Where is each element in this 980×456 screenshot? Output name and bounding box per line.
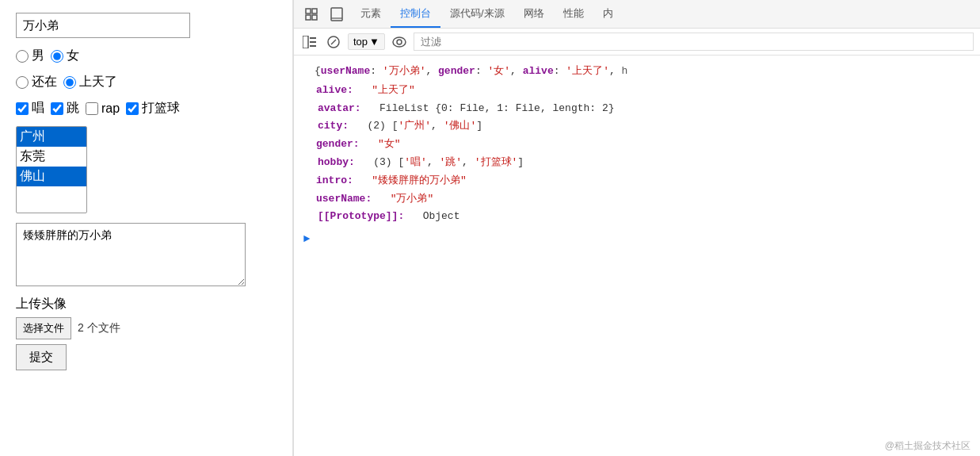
city-option-foshan[interactable]: 佛山 [17, 167, 86, 186]
hobby-dance-label[interactable]: 跳 [51, 100, 79, 117]
prop-hobby-key: hobby: [318, 156, 355, 168]
svg-rect-3 [312, 15, 317, 20]
city-option-guangzhou[interactable]: 广州 [17, 127, 86, 147]
gender-female-label[interactable]: 女 [51, 48, 79, 64]
hobby-rap-label[interactable]: rap [86, 102, 120, 116]
tab-performance[interactable]: 性能 [554, 0, 593, 28]
console-toolbar: top ▼ [294, 29, 980, 56]
prop-alive-row: alive: "上天了" [303, 82, 970, 100]
prop-hobby-row: hobby: (3) ['唱', '跳', '打篮球'] [303, 154, 970, 172]
prop-intro-key: intro: [316, 174, 353, 186]
tab-console[interactable]: 控制台 [391, 0, 440, 28]
gender-female-radio[interactable] [51, 50, 63, 63]
hobby-sing-checkbox[interactable] [16, 102, 29, 115]
hobby-rap-text: rap [101, 102, 120, 116]
prop-intro-value: "矮矮胖胖的万小弟" [372, 174, 467, 186]
svg-line-11 [331, 40, 336, 44]
username-input[interactable] [16, 13, 190, 38]
console-prompt-row: ► [303, 232, 970, 245]
svg-rect-8 [310, 41, 316, 43]
console-prompt-arrow: ► [303, 232, 310, 245]
prop-city-row: city: (2) ['广州', '佛山'] [303, 117, 970, 136]
gender-female-text: 女 [67, 48, 79, 64]
hobby-group: 唱 跳 rap 打篮球 [16, 100, 276, 117]
file-count-text: 2 个文件 [78, 321, 120, 335]
device-icon[interactable] [326, 3, 348, 25]
hobby-sing-text: 唱 [32, 100, 44, 117]
prop-city-key: city: [318, 120, 349, 132]
gender-male-text: 男 [32, 48, 44, 64]
alive-dead-radio[interactable] [63, 76, 76, 89]
prop-username-key: userName: [316, 193, 372, 205]
alive-alive-text: 还在 [32, 74, 57, 90]
alive-dead-label[interactable]: 上天了 [63, 74, 117, 90]
prop-username-value: "万小弟" [391, 193, 434, 205]
prop-prototype-row: [[Prototype]]: Object [303, 208, 970, 226]
devtools-tab-bar: 元素 控制台 源代码/来源 网络 性能 内 [294, 0, 980, 29]
hobby-sing-label[interactable]: 唱 [16, 100, 44, 117]
submit-button[interactable]: 提交 [16, 344, 67, 370]
hobby-dance-checkbox[interactable] [51, 102, 63, 115]
tab-network[interactable]: 网络 [514, 0, 554, 28]
svg-rect-2 [306, 15, 311, 20]
prop-prototype-key: [[Prototype]]: [318, 210, 404, 222]
svg-rect-1 [312, 9, 317, 13]
tab-sources[interactable]: 源代码/来源 [440, 0, 514, 28]
prop-gender-key: gender: [316, 138, 360, 150]
context-label: top [353, 36, 368, 48]
hobby-dance-text: 跳 [67, 100, 79, 117]
tab-elements[interactable]: 元素 [351, 0, 391, 28]
svg-point-13 [397, 40, 402, 44]
svg-rect-7 [310, 37, 316, 39]
svg-point-12 [393, 37, 406, 47]
gender-male-radio[interactable] [16, 50, 29, 63]
prop-avatar-key: avatar: [318, 102, 361, 114]
prop-alive-value: "上天了" [372, 84, 415, 96]
hobby-basketball-text: 打篮球 [142, 100, 180, 117]
alive-group: 还在 上天了 [16, 74, 276, 90]
svg-rect-4 [331, 8, 342, 21]
alive-dead-text: 上天了 [79, 74, 117, 90]
gender-group: 男 女 [16, 48, 276, 64]
hobby-basketball-checkbox[interactable] [126, 102, 139, 115]
watermark-text: @稻土掘金技术社区 [294, 436, 980, 456]
prop-hobby-value: (3) ['唱', '跳', '打篮球'] [373, 156, 524, 168]
clear-icon[interactable] [324, 33, 343, 52]
tab-more[interactable]: 内 [593, 0, 623, 28]
devtools-panel: 元素 控制台 源代码/来源 网络 性能 内 top ▼ [293, 0, 980, 456]
console-filter-input[interactable] [414, 33, 974, 51]
dropdown-chevron-icon: ▼ [369, 36, 379, 48]
intro-textarea[interactable]: 矮矮胖胖的万小弟 [16, 223, 246, 286]
prop-prototype-value: Object [423, 210, 460, 222]
svg-rect-9 [310, 45, 316, 47]
prop-gender-row: gender: "女" [303, 136, 970, 154]
eye-icon[interactable] [390, 33, 409, 52]
alive-alive-radio[interactable] [16, 76, 29, 89]
svg-rect-0 [306, 9, 311, 13]
gender-male-label[interactable]: 男 [16, 48, 44, 64]
form-panel: 男 女 还在 上天了 唱 跳 rap [0, 0, 293, 456]
svg-rect-6 [303, 36, 308, 48]
prop-username-row: userName: "万小弟" [303, 190, 970, 209]
sidebar-toggle-icon[interactable] [300, 33, 319, 52]
city-option-dongguan[interactable]: 东莞 [17, 147, 86, 167]
object-preview-text: {userName: '万小弟', gender: '女', alive: '上… [315, 63, 627, 80]
prop-intro-row: intro: "矮矮胖胖的万小弟" [303, 172, 970, 190]
upload-section: 上传头像 选择文件 2 个文件 提交 [16, 296, 276, 370]
prop-avatar-value: FileList {0: File, 1: File, length: 2} [379, 102, 614, 114]
hobby-basketball-label[interactable]: 打篮球 [126, 100, 180, 117]
prop-avatar-row: avatar: FileList {0: File, 1: File, leng… [303, 100, 970, 118]
upload-label: 上传头像 [16, 296, 276, 312]
context-selector[interactable]: top ▼ [348, 33, 385, 50]
choose-file-button[interactable]: 选择文件 [16, 317, 71, 339]
console-output: {userName: '万小弟', gender: '女', alive: '上… [294, 56, 980, 436]
prop-gender-value: "女" [378, 138, 401, 150]
prop-alive-key: alive: [316, 84, 353, 96]
prop-city-value: (2) ['广州', '佛山'] [367, 120, 482, 132]
city-select[interactable]: 广州 东莞 佛山 [16, 126, 87, 213]
upload-row: 选择文件 2 个文件 [16, 317, 276, 339]
hobby-rap-checkbox[interactable] [86, 102, 98, 115]
console-object-row: {userName: '万小弟', gender: '女', alive: '上… [303, 62, 970, 82]
alive-alive-label[interactable]: 还在 [16, 74, 57, 90]
inspect-icon[interactable] [300, 3, 322, 25]
